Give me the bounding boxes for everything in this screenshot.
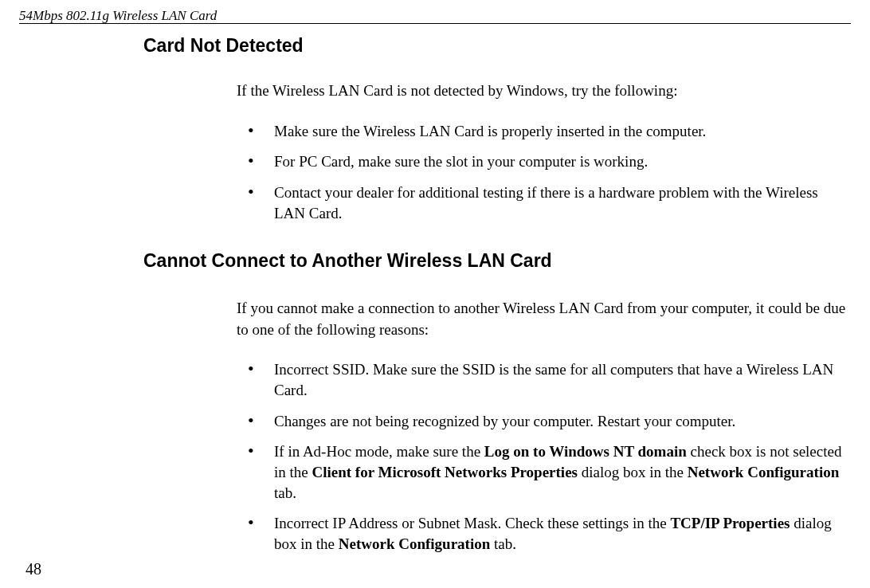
list-item: Contact your dealer for additional testi… [237,182,851,223]
doc-header-title: 54Mbps 802.11g Wireless LAN Card [19,8,217,24]
section-body-2: If you cannot make a connection to anoth… [237,298,851,554]
section-heading-card-not-detected: Card Not Detected [143,35,851,57]
list-item: Incorrect IP Address or Subnet Mask. Che… [237,513,851,554]
section-intro-2: If you cannot make a connection to anoth… [237,298,851,340]
text-run: tab. [490,535,516,552]
text-run: tab. [274,484,296,501]
list-item: Changes are not being recognized by your… [237,411,851,432]
text-run: If in Ad-Hoc mode, make sure the [274,443,484,460]
section-heading-cannot-connect: Cannot Connect to Another Wireless LAN C… [143,250,851,272]
bold-text: Network Configuration [688,464,840,480]
page-content: Card Not Detected If the Wireless LAN Ca… [143,30,851,564]
section-body-1: If the Wireless LAN Card is not detected… [237,80,851,223]
bullet-list-2: Incorrect SSID. Make sure the SSID is th… [237,359,851,554]
page-number: 48 [25,560,41,578]
list-item: Make sure the Wireless LAN Card is prope… [237,121,851,142]
section-intro-1: If the Wireless LAN Card is not detected… [237,80,851,102]
header-divider [19,23,851,24]
list-item: Incorrect SSID. Make sure the SSID is th… [237,359,851,400]
bold-text: TCP/IP Properties [670,515,790,531]
bold-text: Client for Microsoft Networks Properties [312,464,578,480]
list-item: If in Ad-Hoc mode, make sure the Log on … [237,441,851,503]
text-run: Incorrect IP Address or Subnet Mask. Che… [274,515,670,531]
bold-text: Log on to Windows NT domain [484,443,687,460]
bullet-list-1: Make sure the Wireless LAN Card is prope… [237,121,851,224]
bold-text: Network Configuration [339,535,491,552]
list-item: For PC Card, make sure the slot in your … [237,151,851,172]
text-run: dialog box in the [578,464,688,480]
